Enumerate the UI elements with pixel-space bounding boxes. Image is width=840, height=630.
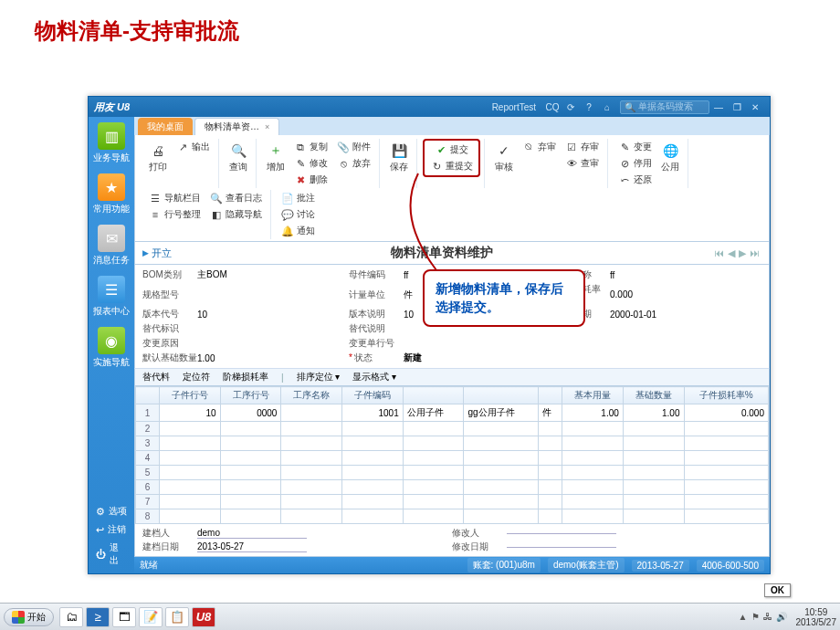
tray-arrow-icon[interactable]: ▲ — [739, 612, 748, 622]
save-button[interactable]: 💾保存 — [385, 139, 413, 176]
cell[interactable] — [281, 451, 342, 466]
tab-desktop[interactable]: 我的桌面 — [138, 118, 193, 135]
tb-subst[interactable]: 替代料 — [142, 371, 170, 383]
col-childcode[interactable]: 子件编码 — [342, 387, 404, 404]
cell[interactable] — [342, 509, 404, 524]
add-button[interactable]: ＋增加 — [262, 139, 289, 176]
col-baseqty[interactable]: 基础数量 — [623, 387, 684, 404]
cell[interactable] — [562, 509, 624, 524]
navbar-button[interactable]: ☰导航栏目 — [144, 190, 205, 206]
cell[interactable] — [623, 495, 684, 509]
cell[interactable] — [684, 495, 769, 509]
cell[interactable]: 10 — [160, 404, 221, 422]
row-num[interactable]: 7 — [136, 495, 160, 509]
cell[interactable] — [623, 480, 684, 495]
rowmgr-button[interactable]: ≡行号整理 — [144, 206, 205, 223]
cell[interactable] — [684, 422, 769, 436]
cell[interactable] — [220, 422, 281, 436]
discuss-button[interactable]: 💬讨论 — [277, 206, 320, 223]
cell[interactable] — [684, 480, 769, 495]
row-num[interactable]: 5 — [136, 466, 160, 480]
submit-button[interactable]: ✔提交 — [425, 142, 478, 158]
cell[interactable] — [160, 422, 221, 436]
cell[interactable] — [684, 436, 769, 451]
sidebar-item-biz[interactable]: ▥业务导航 — [92, 122, 131, 164]
cell[interactable] — [342, 466, 404, 480]
cell[interactable] — [464, 480, 539, 495]
taskbar-u8[interactable]: U8 — [192, 607, 215, 627]
edit-button[interactable]: ✎修改 — [289, 155, 332, 172]
cell[interactable] — [403, 495, 464, 509]
cell[interactable] — [281, 466, 342, 480]
delete-button[interactable]: ✖删除 — [289, 172, 332, 188]
home-icon[interactable]: ⌂ — [601, 100, 614, 113]
cell[interactable] — [539, 436, 562, 451]
cell[interactable] — [160, 509, 221, 524]
cell[interactable] — [539, 509, 562, 524]
cell[interactable] — [562, 480, 624, 495]
resubmit-button[interactable]: ↻重提交 — [425, 158, 478, 174]
cell[interactable] — [684, 509, 769, 524]
record-nav[interactable]: ⏮◀▶⏭ — [712, 247, 761, 259]
cell[interactable] — [220, 480, 281, 495]
cell[interactable] — [539, 480, 562, 495]
val-verdesc[interactable]: 10 — [404, 310, 414, 320]
output-button[interactable]: ↗输出 — [172, 139, 215, 155]
val-lossrate[interactable]: 0.000 — [610, 289, 633, 299]
taskbar-explorer[interactable]: 🗂 — [59, 607, 83, 627]
viewlog-button[interactable]: 🔍查看日志 — [205, 190, 267, 206]
options-link[interactable]: ⚙选项 — [89, 502, 134, 520]
start-button[interactable]: 开始 — [4, 608, 54, 626]
arch-button[interactable]: ☑存审 — [561, 139, 604, 155]
taskbar-app1[interactable]: 🗔 — [112, 607, 136, 627]
cq-icon[interactable]: CQ — [546, 100, 559, 113]
cell[interactable] — [464, 436, 539, 451]
minimize-icon[interactable]: — — [712, 100, 725, 113]
copy-button[interactable]: ⧉复制 — [289, 139, 332, 155]
cell[interactable] — [281, 422, 342, 436]
barcode-search[interactable]: 🔍单据条码搜索 — [620, 100, 709, 114]
col-oprow[interactable]: 工序行号 — [220, 387, 281, 404]
cell[interactable] — [403, 480, 464, 495]
cell[interactable] — [160, 466, 221, 480]
cell[interactable] — [342, 451, 404, 466]
open-status[interactable]: 开立 — [142, 247, 172, 260]
exit-link[interactable]: ⏻退出 — [89, 539, 134, 570]
cell[interactable]: 0000 — [220, 404, 281, 422]
cell[interactable] — [562, 451, 624, 466]
prev-icon[interactable]: ◀ — [728, 247, 735, 258]
cell[interactable] — [160, 436, 221, 451]
hidenav-button[interactable]: ◧隐藏导航 — [205, 206, 267, 223]
sidebar-item-impl[interactable]: ◉实施导航 — [92, 327, 131, 369]
col-childrow[interactable]: 子件行号 — [160, 387, 221, 404]
cell[interactable] — [281, 404, 342, 422]
col-blank2[interactable] — [464, 387, 539, 404]
cell[interactable] — [623, 466, 684, 480]
notify-button[interactable]: 🔔通知 — [277, 223, 320, 239]
col-childloss[interactable]: 子件损耗率% — [684, 387, 769, 404]
batch-button[interactable]: 📄批注 — [277, 190, 320, 206]
attach-button[interactable]: 📎附件 — [332, 139, 375, 155]
taskbar-notepad[interactable]: 📝 — [139, 607, 163, 627]
cell[interactable]: 1001 — [342, 404, 404, 422]
refresh-icon[interactable]: ⟳ — [564, 100, 577, 113]
tab-bom[interactable]: 物料清单资…× — [194, 118, 279, 135]
col-blank1[interactable] — [403, 387, 464, 404]
cell[interactable] — [684, 466, 769, 480]
tray-flag-icon[interactable]: ⚑ — [751, 612, 760, 622]
cell[interactable] — [464, 466, 539, 480]
cell[interactable] — [539, 422, 562, 436]
row-num[interactable]: 2 — [136, 422, 160, 436]
audit-button[interactable]: ✓审核 — [490, 139, 518, 176]
cell[interactable] — [160, 495, 221, 509]
cell[interactable] — [403, 451, 464, 466]
col-opname[interactable]: 工序名称 — [281, 387, 342, 404]
tray-sound-icon[interactable]: 🔊 — [776, 612, 787, 622]
lbl-parentcode[interactable]: 母件编码 — [349, 268, 404, 281]
cell[interactable] — [160, 451, 221, 466]
cell[interactable] — [342, 422, 404, 436]
grid[interactable]: 子件行号 工序行号 工序名称 子件编码 基本用量 基础数量 子件损耗率% 110… — [134, 386, 770, 524]
cell[interactable] — [464, 422, 539, 436]
cell[interactable] — [342, 436, 404, 451]
sidebar-item-fav[interactable]: ★常用功能 — [92, 173, 131, 215]
